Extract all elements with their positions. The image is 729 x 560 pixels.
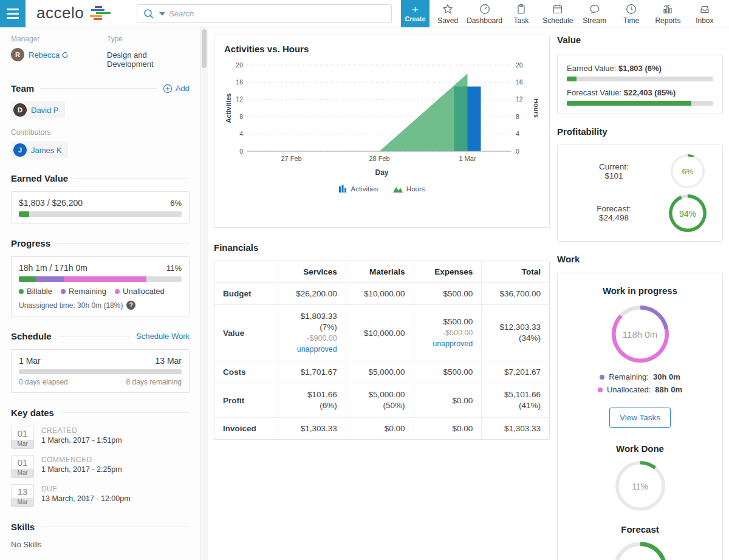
legend-activities[interactable]: Activities xyxy=(338,185,378,193)
remaining-dot-icon xyxy=(61,289,66,294)
svg-text:28 Feb: 28 Feb xyxy=(369,155,389,162)
billable-dot-icon xyxy=(19,289,24,294)
table-row-invoiced: Invoiced $1,303.33 $0.00 $0.00 $1,303.33 xyxy=(214,417,549,439)
accelo-logo[interactable]: accelo xyxy=(36,4,112,22)
value-heading: Value xyxy=(557,35,723,45)
team-member-name-link[interactable]: David P xyxy=(31,106,59,115)
svg-text:20: 20 xyxy=(516,61,523,69)
work-done-title: Work Done xyxy=(567,443,713,454)
svg-text:0: 0 xyxy=(516,148,519,155)
nav-item-time[interactable]: Time xyxy=(613,0,649,27)
scrollbar-thumb[interactable] xyxy=(202,29,207,68)
financials-header-row: Services Materials Expenses Total xyxy=(214,261,549,282)
svg-text:12: 12 xyxy=(516,95,523,103)
plus-icon: + xyxy=(412,5,419,15)
manager-person[interactable]: R Rebecca G xyxy=(11,48,68,61)
search-scope-caret-icon[interactable] xyxy=(159,12,165,16)
search-icon[interactable] xyxy=(142,7,156,21)
team-member[interactable]: D David P xyxy=(11,101,65,118)
key-dates-heading: Key dates xyxy=(11,408,190,418)
progress-pct: 11% xyxy=(166,264,182,273)
legend-unallocated: Unallocated xyxy=(115,287,165,296)
work-legend-remaining: Remaining: 30h 0m xyxy=(600,372,680,381)
manager-name-link[interactable]: Rebecca G xyxy=(29,50,68,60)
earned-value-pct: 6% xyxy=(170,199,182,208)
create-button[interactable]: + Create xyxy=(401,0,430,27)
svg-text:Hours: Hours xyxy=(533,98,538,118)
search-input[interactable] xyxy=(169,9,386,18)
svg-text:12: 12 xyxy=(236,95,243,103)
nav-item-stream[interactable]: Stream xyxy=(577,0,613,27)
earned-value-heading: Earned Value xyxy=(11,173,190,183)
primary-nav: + Create Saved Dashboard Task xyxy=(401,0,723,27)
no-skills-text: No Skills xyxy=(11,540,190,549)
legend-hours[interactable]: Hours xyxy=(393,185,425,193)
schedule-end: 13 Mar xyxy=(155,356,182,366)
work-in-progress-donut: 118h 0m xyxy=(612,306,669,363)
nav-item-inbox[interactable]: Inbox xyxy=(686,0,723,27)
work-forecast-title: Forecast xyxy=(567,524,713,534)
legend-remaining: Remaining xyxy=(61,287,106,296)
svg-text:27 Feb: 27 Feb xyxy=(281,155,301,162)
help-icon[interactable]: ? xyxy=(126,301,135,310)
svg-text:4: 4 xyxy=(516,130,519,137)
svg-text:20: 20 xyxy=(236,61,243,69)
main-content: Activities vs. Hours 0044881212161620202… xyxy=(214,27,550,440)
nav-item-task[interactable]: Task xyxy=(503,0,539,27)
manager-label: Manager xyxy=(11,35,107,43)
global-search xyxy=(137,4,392,23)
chart-x-axis-label: Day xyxy=(224,168,539,177)
nav-item-saved[interactable]: Saved xyxy=(430,0,466,27)
unassigned-time: Unassigned time: 30h 0m (18%) ? xyxy=(19,301,182,310)
earned-value-card: $1,803 / $26,200 6% xyxy=(11,191,190,224)
inbox-tray-icon xyxy=(699,3,711,15)
add-team-member-button[interactable]: Add xyxy=(163,84,190,94)
activities-hours-chart: 00448812121616202027 Feb28 Feb1 MarActiv… xyxy=(224,59,539,168)
avatar: J xyxy=(13,143,27,157)
table-row-profit: Profit $101.66 (6%) $5,000.00 (50%) $0.0… xyxy=(214,383,549,417)
chart-legend: Activities Hours xyxy=(224,185,539,193)
view-tasks-button[interactable]: View Tasks xyxy=(609,408,671,428)
avatar: D xyxy=(13,103,27,117)
progress-bar xyxy=(19,276,182,282)
sidebar-scrollbar[interactable] xyxy=(200,27,208,560)
value-card: Earned Value: $1,803 (6%) Forecast Value… xyxy=(557,55,723,114)
work-in-progress-title: Work in progress xyxy=(567,285,713,296)
contributor[interactable]: J James K xyxy=(11,142,68,159)
hamburger-menu-icon[interactable] xyxy=(0,0,26,27)
calendar-icon xyxy=(552,3,564,15)
contributors-label: Contributors xyxy=(11,128,190,137)
contributor-name-link[interactable]: James K xyxy=(31,146,62,155)
svg-text:16: 16 xyxy=(236,78,243,86)
financials-title: Financials xyxy=(214,242,550,253)
chart-title: Activities vs. Hours xyxy=(224,44,539,54)
earned-value-bar xyxy=(19,211,182,217)
skills-heading: Skills xyxy=(11,522,190,532)
unapproved-link[interactable]: unapproved xyxy=(287,344,337,355)
earned-value-line: Earned Value: $1,803 (6%) xyxy=(567,64,713,73)
nav-item-dashboard[interactable]: Dashboard xyxy=(466,0,502,27)
key-date-due: 13 Mar DUE 13 March, 2017 - 12:00pm xyxy=(11,484,190,507)
unallocated-dot-icon xyxy=(598,388,603,392)
key-date-commenced: 01 Mar COMMENCED 1 March, 2017 - 2:25pm xyxy=(11,455,190,478)
profitability-heading: Profitability xyxy=(557,126,723,137)
profitability-current-row: Current: $101 6% xyxy=(566,154,714,188)
financials-table: Services Materials Expenses Total Budget… xyxy=(214,261,550,440)
work-legend: Remaining: 30h 0m Unallocated: 88h 0m xyxy=(567,372,713,394)
progress-legend: Billable Remaining Unallocated xyxy=(19,287,182,296)
chat-bubble-icon xyxy=(589,3,601,15)
schedule-bar xyxy=(19,369,182,374)
area-series-icon xyxy=(393,186,403,193)
schedule-card: 1 Mar 13 Mar 0 days elapsed 8 days remai… xyxy=(11,349,190,393)
work-done-donut: 11% xyxy=(615,461,665,511)
nav-item-reports[interactable]: Reports xyxy=(649,0,686,27)
earned-value-bar xyxy=(567,77,713,81)
days-elapsed: 0 days elapsed xyxy=(19,378,68,386)
work-legend-unallocated: Unallocated: 88h 0m xyxy=(598,385,682,394)
nav-item-schedule[interactable]: Schedule xyxy=(539,0,576,27)
unapproved-link[interactable]: unapproved xyxy=(423,338,473,349)
schedule-work-link[interactable]: Schedule Work xyxy=(136,332,190,341)
logo-text: accelo xyxy=(36,4,84,22)
svg-text:8: 8 xyxy=(239,113,243,120)
right-summary-column: Value Earned Value: $1,803 (6%) Forecast… xyxy=(557,27,723,560)
